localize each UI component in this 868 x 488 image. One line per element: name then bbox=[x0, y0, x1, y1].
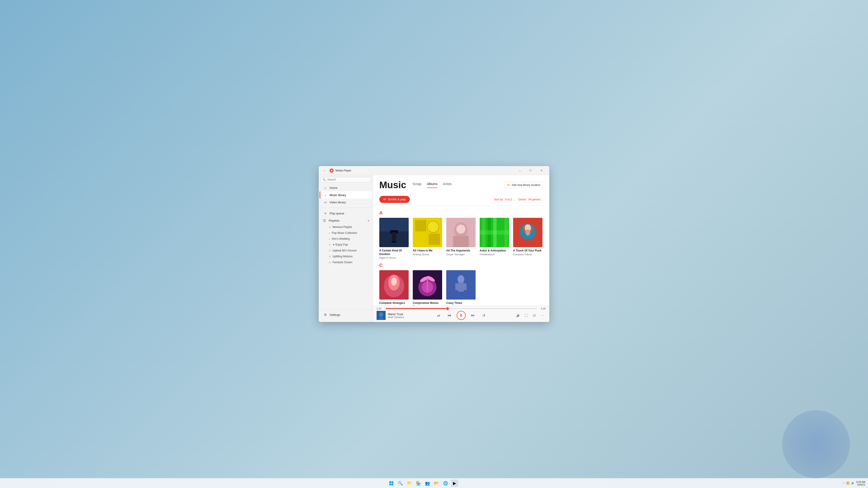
taskbar-teams-button[interactable]: 👥 bbox=[424, 480, 431, 487]
album-card-all-the-arguments[interactable]: All The Arguments Ginger Teenager bbox=[446, 218, 475, 259]
page-title: Music bbox=[379, 180, 406, 191]
repeat-button[interactable]: ↺ bbox=[480, 312, 487, 319]
content-toolbar: ⇄ Shuffle & play Sort by: A to Z ⌄ Genre… bbox=[373, 193, 549, 206]
svg-rect-38 bbox=[458, 283, 464, 292]
album-art-svg bbox=[413, 218, 442, 247]
start-button[interactable] bbox=[388, 480, 395, 487]
album-artist: Ginger Teenager bbox=[446, 253, 475, 256]
sidebar: 🔍 ⌂ Home ♪ Music library ▭ Video library bbox=[319, 175, 373, 322]
more-options-button[interactable]: ··· bbox=[539, 312, 546, 319]
taskbar-search-button[interactable]: 🔍 bbox=[397, 480, 404, 487]
app-icon bbox=[330, 168, 334, 173]
sidebar-item-fantastic-dream[interactable]: ♫ Fantastic Dream bbox=[319, 259, 373, 265]
tab-albums[interactable]: Albums bbox=[427, 182, 438, 188]
album-art-svg bbox=[480, 218, 509, 247]
playlist-label: Pop Music Collection bbox=[332, 231, 357, 234]
album-art-svg bbox=[446, 270, 475, 300]
album-card-ardor[interactable]: Ardor & Anticipation Pointlessknot bbox=[480, 218, 509, 259]
back-button[interactable]: ← bbox=[321, 167, 328, 174]
taskbar-media-button[interactable]: ▶ bbox=[451, 480, 458, 487]
svg-point-42 bbox=[379, 312, 383, 317]
playlist-label: Workout Playlist bbox=[333, 225, 352, 229]
sidebar-item-music-library[interactable]: ♪ Music library bbox=[320, 191, 372, 199]
next-button[interactable]: ⏭ bbox=[469, 312, 476, 319]
close-button[interactable]: ✕ bbox=[536, 167, 547, 174]
sidebar-item-kims-wedding[interactable]: ♪ Kim's Wedding bbox=[319, 236, 373, 242]
sidebar-item-label: Home bbox=[330, 186, 338, 190]
sidebar-item-uplifting-motions[interactable]: ♫ Uplifting Motions bbox=[319, 254, 373, 259]
expand-button[interactable]: ⛶ bbox=[523, 312, 529, 319]
sidebar-bottom: ⚙ Settings bbox=[319, 309, 373, 320]
album-card-crazy-times[interactable]: Crazy Times Saving Gabrielle bbox=[446, 270, 475, 306]
svg-rect-18 bbox=[480, 230, 509, 235]
maximize-button[interactable]: ☐ bbox=[525, 167, 536, 174]
shuffle-play-button[interactable]: ⇄ Shuffle & play bbox=[379, 196, 410, 203]
albums-scroll-area[interactable]: A A Certain Kind Of Emotion bbox=[373, 206, 549, 306]
album-art-svg bbox=[513, 218, 542, 247]
playlist-label: Upbeat 80's Groove bbox=[333, 249, 356, 252]
album-cover-c1 bbox=[379, 270, 409, 300]
progress-row: 1:24 3:29 bbox=[373, 306, 549, 310]
windows-logo-icon bbox=[389, 481, 394, 486]
np-cover-art bbox=[377, 311, 385, 320]
album-card-a-certain-kind[interactable]: A Certain Kind Of Emotion Flight of Venu… bbox=[379, 218, 409, 259]
titlebar-title: Media Player bbox=[336, 169, 515, 172]
genre-chevron-icon: ⌄ bbox=[541, 198, 543, 201]
playlist-icon: ♫ bbox=[329, 249, 331, 252]
sidebar-item-pop-music[interactable]: ♪ Pop Music Collection bbox=[319, 230, 373, 236]
album-art-svg bbox=[446, 218, 475, 247]
chevron-icon[interactable]: ^ bbox=[843, 482, 844, 485]
volume-button[interactable]: 🔊 bbox=[515, 312, 521, 319]
add-library-button[interactable]: 📁 Add new library location bbox=[504, 182, 543, 188]
window-controls: — ☐ ✕ bbox=[515, 167, 547, 174]
search-icon: 🔍 bbox=[322, 178, 326, 181]
sidebar-item-enjoy-pop[interactable]: ♫ ✦ Enjoy Pop bbox=[319, 242, 373, 248]
svg-point-24 bbox=[526, 229, 530, 236]
albums-grid-c: Complete Strangers Corbin Revival bbox=[379, 270, 543, 306]
playlists-section-header[interactable]: ☰ Playlists ∧ bbox=[319, 217, 373, 224]
search-bar[interactable]: 🔍 bbox=[320, 177, 371, 182]
mini-player-button[interactable]: ⊡ bbox=[531, 312, 537, 319]
sidebar-item-play-queue[interactable]: ≡ Play queue bbox=[320, 210, 372, 217]
track-title: Manic Trust bbox=[388, 313, 404, 316]
svg-rect-44 bbox=[389, 481, 391, 483]
sidebar-item-label: Music library bbox=[330, 193, 346, 197]
taskbar-files-button[interactable]: 📂 bbox=[433, 480, 440, 487]
search-input[interactable] bbox=[327, 178, 368, 181]
album-card-all-i-have[interactable]: All I Have Is Me Kicking Gloves bbox=[413, 218, 442, 259]
taskbar-right: ^ 📶 🔊 9:28 AM 10/6/21 bbox=[843, 481, 865, 486]
controls-row: Manic Trust Deaf Tortoises ⇄ ⏮ ⏸ ⏭ ↺ 🔊 ⛶ bbox=[373, 310, 549, 321]
current-time: 1:24 bbox=[377, 307, 384, 310]
progress-track[interactable] bbox=[385, 308, 537, 309]
settings-icon: ⚙ bbox=[323, 313, 327, 317]
svg-rect-43 bbox=[379, 317, 383, 320]
taskbar-edge-button[interactable]: 🌐 bbox=[442, 480, 449, 487]
shuffle-button[interactable]: ⇄ bbox=[435, 312, 442, 319]
sidebar-item-upbeat-80s[interactable]: ♫ Upbeat 80's Groove bbox=[319, 248, 373, 254]
playlist-icon: ♫ bbox=[329, 225, 331, 229]
tab-artists[interactable]: Artists bbox=[443, 182, 452, 188]
album-card-complete-strangers[interactable]: Complete Strangers Corbin Revival bbox=[379, 270, 409, 306]
album-name: Compromise Moves Fast bbox=[413, 301, 442, 306]
taskbar-datetime[interactable]: 9:28 AM 10/6/21 bbox=[856, 481, 865, 486]
taskbar-explorer-button[interactable]: 📁 bbox=[406, 480, 413, 487]
sort-button[interactable]: Sort by: A to Z ⌄ bbox=[494, 198, 515, 201]
sidebar-item-workout[interactable]: ♫ Workout Playlist bbox=[319, 224, 373, 230]
svg-rect-47 bbox=[392, 484, 393, 485]
previous-button[interactable]: ⏮ bbox=[446, 312, 453, 319]
sidebar-item-video-library[interactable]: ▭ Video library bbox=[320, 199, 372, 206]
album-card-touch-of-punk[interactable]: A Touch Of Your Punk Compass Tribute bbox=[513, 218, 542, 259]
minimize-button[interactable]: — bbox=[515, 167, 525, 174]
play-pause-button[interactable]: ⏸ bbox=[457, 311, 466, 320]
sidebar-item-home[interactable]: ⌂ Home bbox=[320, 184, 372, 191]
album-name: A Certain Kind Of Emotion bbox=[379, 249, 409, 256]
tab-songs[interactable]: Songs bbox=[412, 182, 422, 188]
genre-button[interactable]: Genre: All genres ⌄ bbox=[518, 198, 543, 201]
taskbar-store-button[interactable]: 🏪 bbox=[415, 480, 422, 487]
sidebar-item-settings[interactable]: ⚙ Settings bbox=[320, 311, 372, 318]
progress-thumb[interactable] bbox=[446, 307, 449, 310]
now-playing-info: Manic Trust Deaf Tortoises bbox=[388, 313, 404, 319]
album-artist: Flight of Venus bbox=[379, 256, 409, 259]
svg-point-7 bbox=[428, 221, 439, 232]
album-card-compromise[interactable]: Compromise Moves Fast Pete Brown bbox=[413, 270, 442, 306]
